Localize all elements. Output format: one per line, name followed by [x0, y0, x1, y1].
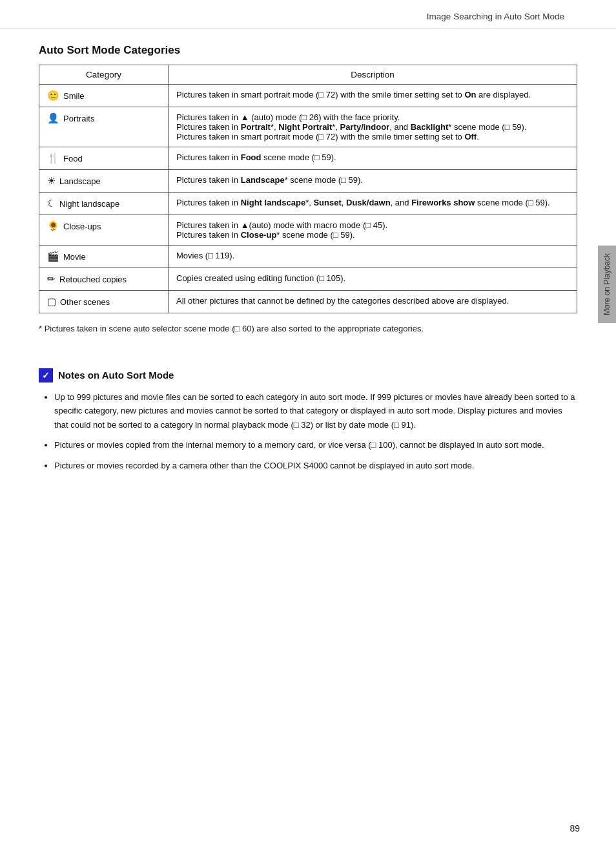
col-category: Category [39, 65, 169, 85]
desc-smile: Pictures taken in smart portrait mode (□… [169, 85, 577, 107]
footnote: * Pictures taken in scene auto selector … [39, 322, 577, 336]
close-ups-icon: 🌻 [47, 220, 59, 232]
table-row: 👤 Portraits Pictures taken in ▲ (auto) m… [39, 107, 577, 147]
landscape-icon: ☀ [47, 175, 56, 187]
notes-bullet-2: Pictures or movies copied from the inter… [54, 438, 577, 452]
table-row: 🍴 Food Pictures taken in Food scene mode… [39, 147, 577, 170]
notes-section: ✓ Notes on Auto Sort Mode Up to 999 pict… [39, 362, 577, 472]
category-portraits: 👤 Portraits [39, 107, 169, 147]
sidebar-tab-label: More on Playback [602, 253, 611, 315]
desc-other-scenes: All other pictures that cannot be define… [169, 291, 577, 313]
section-title: Auto Sort Mode Categories [39, 44, 577, 57]
category-retouched: ✏ Retouched copies [39, 268, 169, 291]
food-icon: 🍴 [47, 152, 59, 164]
sidebar-tab: More on Playback [598, 246, 616, 323]
desc-portraits: Pictures taken in ▲ (auto) mode (□ 26) w… [169, 107, 577, 147]
category-other-scenes: ▢ Other scenes [39, 291, 169, 313]
category-closeups: 🌻 Close-ups [39, 215, 169, 246]
notes-icon: ✓ [39, 368, 53, 383]
notes-title-row: ✓ Notes on Auto Sort Mode [39, 368, 577, 383]
categories-table: Category Description 🙂 Smile Pictures ta… [39, 65, 577, 313]
col-description: Description [169, 65, 577, 85]
table-row: ▢ Other scenes All other pictures that c… [39, 291, 577, 313]
desc-closeups: Pictures taken in ▲(auto) mode with macr… [169, 215, 577, 246]
table-row: ☀ Landscape Pictures taken in Landscape*… [39, 170, 577, 193]
page-number: 89 [570, 823, 580, 833]
desc-movie: Movies (□ 119). [169, 246, 577, 268]
notes-list: Up to 999 pictures and movie files can b… [39, 390, 577, 472]
table-row: 🎬 Movie Movies (□ 119). [39, 246, 577, 268]
category-night-landscape: ☾ Night landscape [39, 193, 169, 215]
smile-icon: 🙂 [47, 90, 59, 101]
category-landscape: ☀ Landscape [39, 170, 169, 193]
category-food: 🍴 Food [39, 147, 169, 170]
category-smile: 🙂 Smile [39, 85, 169, 107]
night-landscape-icon: ☾ [47, 198, 56, 209]
table-row: 🌻 Close-ups Pictures taken in ▲(auto) mo… [39, 215, 577, 246]
desc-retouched: Copies created using editing function (□… [169, 268, 577, 291]
portrait-icon: 👤 [47, 112, 59, 124]
notes-title: Notes on Auto Sort Mode [58, 370, 174, 381]
page-header: Image Searching in Auto Sort Mode [0, 0, 616, 28]
page: Image Searching in Auto Sort Mode More o… [0, 0, 616, 849]
notes-bullet-3: Pictures or movies recorded by a camera … [54, 459, 577, 472]
table-row: 🙂 Smile Pictures taken in smart portrait… [39, 85, 577, 107]
table-row: ✏ Retouched copies Copies created using … [39, 268, 577, 291]
table-row: ☾ Night landscape Pictures taken in Nigh… [39, 193, 577, 215]
notes-bullet-1: Up to 999 pictures and movie files can b… [54, 390, 577, 432]
desc-night-landscape: Pictures taken in Night landscape*, Suns… [169, 193, 577, 215]
movie-icon: 🎬 [47, 251, 59, 262]
other-scenes-icon: ▢ [47, 296, 56, 308]
header-title: Image Searching in Auto Sort Mode [427, 12, 564, 21]
desc-landscape: Pictures taken in Landscape* scene mode … [169, 170, 577, 193]
main-content: Auto Sort Mode Categories Category Descr… [0, 28, 616, 492]
desc-food: Pictures taken in Food scene mode (□ 59)… [169, 147, 577, 170]
category-movie: 🎬 Movie [39, 246, 169, 268]
retouched-icon: ✏ [47, 273, 56, 285]
